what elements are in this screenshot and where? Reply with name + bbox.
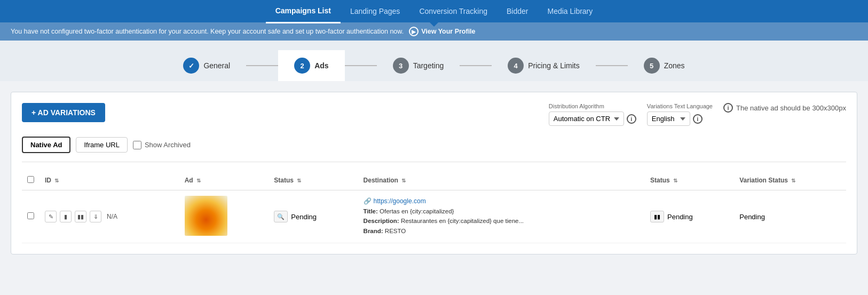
step-connector-1 [246,65,278,66]
alert-message: You have not configured two-factor authe… [11,28,404,35]
destination-content: 🔗 https://google.com Title: Ofertas en {… [364,197,640,236]
sort-icon-status2[interactable]: ⇅ [673,178,677,184]
add-variation-button[interactable]: + AD VARIATIONS [22,103,105,122]
native-ad-hint: i The native ad should be 300x300px [723,103,846,113]
table-header-row: ID ⇅ Ad ⇅ Status ⇅ Destination ⇅ [22,171,846,190]
step-circle-ads: 2 [294,58,310,74]
ad-thumbnail [185,196,227,236]
distribution-group: Distribution Algorithm Automatic on CTR … [549,103,636,126]
nav-media-library[interactable]: Media Library [538,0,602,22]
row-checkbox-cell [22,190,40,243]
native-ad-hint-icon[interactable]: i [723,103,733,113]
wizard: ✓ General 2 Ads 3 Targeting 4 Pricing & … [0,41,868,81]
destination-brand-value: RESTO [385,228,406,234]
ad-variations-card: + AD VARIATIONS Distribution Algorithm A… [11,92,857,254]
show-archived-checkbox[interactable] [133,141,141,149]
step-connector-4 [596,65,628,66]
sort-icon-status[interactable]: ⇅ [297,178,301,184]
th-variation-status: Variation Status ⇅ [734,171,846,190]
variations-text-info-icon[interactable]: i [693,114,703,124]
divider [22,162,846,162]
ad-table: ID ⇅ Ad ⇅ Status ⇅ Destination ⇅ [22,171,846,243]
nav-campaigns-list[interactable]: Campaigns List [266,0,341,23]
show-archived-text: Show Archived [145,141,191,149]
view-profile-label: View Your Profile [421,28,475,35]
row-actions-cell: ✎ ▮ ▮▮ ⇓ N/A [40,190,179,243]
table-head: ID ⇅ Ad ⇅ Status ⇅ Destination ⇅ [22,171,846,190]
distribution-label: Distribution Algorithm [549,103,636,109]
thumb-inner [185,196,227,236]
th-status2: Status ⇅ [645,171,734,190]
wizard-step-ads[interactable]: 2 Ads [278,50,344,81]
variations-text-group: Variations Text Language English Spanish… [647,103,713,126]
th-status: Status ⇅ [269,171,358,190]
nav-arrow [430,22,438,27]
wizard-step-zones[interactable]: 5 Zones [628,50,701,81]
wizard-step-general[interactable]: ✓ General [167,50,246,81]
row-status-cell: 🔍 Pending [269,190,358,243]
duplicate-icon[interactable]: ▮ [60,211,72,222]
sort-icon-variation-status[interactable]: ⇅ [791,178,795,184]
th-destination: Destination ⇅ [358,171,645,190]
edit-icon[interactable]: ✎ [45,211,57,222]
step-circle-general: ✓ [183,58,199,74]
nav-conversion-tracking[interactable]: Conversion Tracking [409,0,497,22]
top-nav: Campaigns List Landing Pages Conversion … [0,0,868,22]
distribution-section: Distribution Algorithm Automatic on CTR … [549,103,846,126]
sort-icon-id[interactable]: ⇅ [54,178,59,184]
step-label-pricing: Pricing & Limits [528,61,579,70]
sort-icon-destination[interactable]: ⇅ [401,178,406,184]
distribution-select-wrapper: Automatic on CTR Manual Round Robin i [549,111,636,126]
th-checkbox [22,171,40,190]
destination-meta: Title: Ofertas en {city:capitalized} Des… [364,206,640,236]
sort-icon-ad[interactable]: ⇅ [196,178,201,184]
row-status: Pending [291,213,317,221]
step-label-targeting: Targeting [413,61,444,70]
destination-title-label: Title: [364,208,378,214]
step-connector-2 [345,65,377,66]
table-row: ✎ ▮ ▮▮ ⇓ N/A [22,190,846,243]
profile-icon: ▶ [409,27,419,36]
main-content: + AD VARIATIONS Distribution Algorithm A… [0,81,868,265]
step-label-zones: Zones [664,61,685,70]
wizard-step-targeting[interactable]: 3 Targeting [377,50,460,81]
step-circle-zones: 5 [644,58,660,74]
variations-text-select[interactable]: English Spanish French German [647,111,690,126]
tab-iframe-url[interactable]: Iframe URL [76,137,127,153]
table-body: ✎ ▮ ▮▮ ⇓ N/A [22,190,846,243]
row-id: N/A [107,213,117,220]
step-label-general: General [203,61,230,70]
tab-native-ad[interactable]: Native Ad [22,137,70,153]
view-profile-link[interactable]: ▶ View Your Profile [409,27,475,36]
pause-icon[interactable]: ▮▮ [75,211,86,222]
step-label-ads: Ads [314,61,328,70]
row-status2-cell: ▮▮ Pending [645,190,734,243]
row-actions: ✎ ▮ ▮▮ ⇓ N/A [45,211,174,222]
distribution-info-icon[interactable]: i [627,114,636,124]
wizard-step-pricing[interactable]: 4 Pricing & Limits [492,50,595,81]
show-archived-label[interactable]: Show Archived [133,141,191,149]
th-ad: Ad ⇅ [179,171,269,190]
destination-url-link[interactable]: 🔗 https://google.com [364,197,640,205]
native-ad-hint-text: The native ad should be 300x300px [736,104,846,112]
nav-landing-pages[interactable]: Landing Pages [341,0,409,22]
status-search-icon: 🔍 [274,211,288,222]
link-icon: 🔗 [364,197,372,205]
step-connector-3 [460,65,492,66]
distribution-select[interactable]: Automatic on CTR Manual Round Robin [549,111,624,126]
nav-bidder[interactable]: Bidder [497,0,538,22]
select-all-checkbox[interactable] [27,176,34,183]
row-status2: Pending [667,213,693,221]
toolbar: + AD VARIATIONS Distribution Algorithm A… [22,103,846,126]
th-id: ID ⇅ [40,171,179,190]
step-circle-targeting: 3 [393,58,409,74]
variations-text-select-wrapper: English Spanish French German i [647,111,713,126]
destination-desc-label: Description: [364,218,399,224]
row-checkbox[interactable] [27,212,34,219]
row-variation-status: Pending [739,213,765,221]
row-variation-status-cell: Pending [734,190,846,243]
destination-title-value: Ofertas en {city:capitalized} [380,208,454,214]
archive-icon[interactable]: ⇓ [90,211,101,222]
row-destination-cell: 🔗 https://google.com Title: Ofertas en {… [358,190,645,243]
row-ad-cell [179,190,269,243]
